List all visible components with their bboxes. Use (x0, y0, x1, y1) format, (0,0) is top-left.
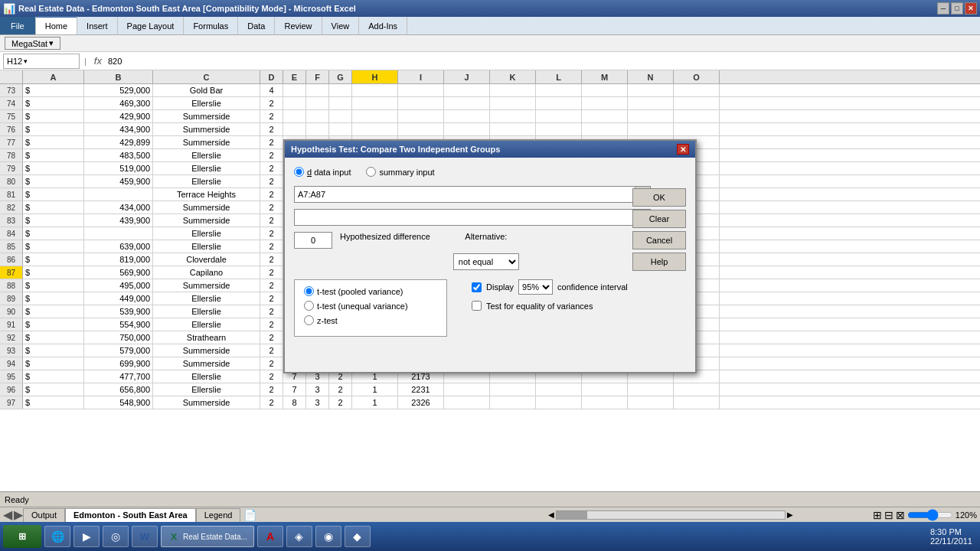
cell[interactable]: $ (23, 318, 84, 331)
cell[interactable]: 429,899 (84, 136, 153, 148)
cell[interactable]: Ellerslie (153, 149, 260, 161)
table-row[interactable]: 74$469,300Ellerslie2 (0, 97, 980, 110)
cell[interactable] (536, 97, 582, 109)
cell[interactable] (628, 84, 674, 96)
cell[interactable]: Summerside (153, 357, 260, 370)
cell[interactable]: Ellerslie (153, 162, 260, 174)
cell[interactable] (536, 383, 582, 396)
cell[interactable] (628, 383, 674, 396)
tab-data[interactable]: Data (238, 17, 275, 34)
cell[interactable]: $ (23, 240, 84, 253)
cell[interactable] (306, 110, 329, 122)
col-header-d[interactable]: D (260, 70, 283, 83)
cell[interactable] (444, 123, 490, 135)
name-box[interactable]: H12 ▾ (3, 54, 80, 69)
cell[interactable] (306, 84, 329, 96)
col-header-a[interactable]: A (23, 70, 84, 83)
cell[interactable]: 495,000 (84, 279, 153, 292)
cell[interactable]: $ (23, 162, 84, 174)
cell[interactable] (398, 97, 444, 109)
cell[interactable] (490, 396, 536, 409)
tab-addins[interactable]: Add-Ins (359, 17, 407, 34)
cell[interactable] (628, 123, 674, 135)
cell[interactable] (283, 84, 306, 96)
zoom-slider[interactable] (907, 509, 953, 521)
cell[interactable]: $ (23, 253, 84, 266)
page-layout-btn[interactable]: ⊟ (884, 509, 893, 521)
cell[interactable] (628, 97, 674, 109)
sheet-tab-main[interactable]: Edmonton - South East Area (65, 508, 196, 522)
table-row[interactable]: 97$548,900Summerside283212326 (0, 396, 980, 409)
cell[interactable]: Terrace Heights (153, 188, 260, 201)
taskbar-app-9[interactable]: ◆ (345, 526, 371, 547)
cell[interactable] (444, 97, 490, 109)
cell[interactable]: Ellerslie (153, 370, 260, 383)
col-header-e[interactable]: E (283, 70, 306, 83)
cell[interactable]: 2 (260, 331, 283, 344)
cell[interactable] (444, 110, 490, 122)
sheet-tab-legend[interactable]: Legend (196, 508, 241, 522)
cell[interactable] (306, 97, 329, 109)
cell[interactable] (329, 97, 352, 109)
cell[interactable]: 529,000 (84, 84, 153, 96)
table-row[interactable]: 73$529,000Gold Bar4 (0, 84, 980, 97)
taskbar-app-word[interactable]: W (132, 526, 158, 547)
group1-input[interactable] (294, 186, 635, 203)
cell[interactable]: 548,900 (84, 396, 153, 409)
ztest-radio[interactable] (304, 315, 314, 325)
cell[interactable] (582, 97, 628, 109)
cell[interactable] (444, 84, 490, 96)
cell[interactable]: $ (23, 266, 84, 279)
col-header-k[interactable]: K (490, 70, 536, 83)
tab-insert[interactable]: Insert (77, 17, 118, 34)
cell[interactable]: Summerside (153, 214, 260, 227)
cell[interactable]: 459,900 (84, 175, 153, 187)
cell[interactable]: 2 (260, 266, 283, 279)
cell[interactable] (490, 84, 536, 96)
taskbar-app-8[interactable]: ◉ (315, 526, 341, 547)
unequal-variance-radio[interactable] (304, 301, 314, 311)
cell[interactable] (674, 110, 720, 122)
cell[interactable] (352, 97, 398, 109)
cell[interactable] (490, 123, 536, 135)
cell[interactable]: 699,900 (84, 357, 153, 370)
cell[interactable] (329, 123, 352, 135)
ci-select[interactable]: 95% 90% 99% (518, 279, 553, 295)
clear-button[interactable]: Clear (632, 210, 686, 228)
tab-view[interactable]: View (322, 17, 360, 34)
cell[interactable]: $ (23, 357, 84, 370)
cell[interactable]: $ (23, 214, 84, 227)
cell[interactable] (283, 123, 306, 135)
cell[interactable]: Gold Bar (153, 84, 260, 96)
cell[interactable]: 2 (260, 162, 283, 174)
dialog-title-bar[interactable]: Hypothesis Test: Compare Two Independent… (285, 141, 695, 158)
cell[interactable]: Summerside (153, 201, 260, 214)
cell[interactable]: Capilano (153, 266, 260, 279)
page-break-btn[interactable]: ⊠ (896, 509, 905, 521)
cell[interactable]: $ (23, 370, 84, 383)
cell[interactable]: 2 (260, 201, 283, 214)
cell[interactable]: 449,000 (84, 292, 153, 305)
col-header-l[interactable]: L (536, 70, 582, 83)
cell[interactable] (306, 123, 329, 135)
ok-button[interactable]: OK (632, 188, 686, 207)
data-input-radio-label[interactable]: ddata input (294, 167, 351, 177)
cell[interactable]: 3 (306, 396, 329, 409)
cell[interactable]: 2 (260, 214, 283, 227)
cell[interactable] (398, 123, 444, 135)
group2-input[interactable] (294, 209, 635, 226)
cell[interactable]: 2 (260, 123, 283, 135)
cell[interactable]: Ellerslie (153, 240, 260, 253)
cell[interactable] (674, 123, 720, 135)
taskbar-app-chrome[interactable]: ◎ (103, 526, 129, 547)
cell[interactable]: $ (23, 344, 84, 357)
cell[interactable]: $ (23, 279, 84, 292)
cell[interactable]: Summerside (153, 110, 260, 122)
cell[interactable] (329, 84, 352, 96)
cell[interactable] (84, 188, 153, 201)
help-button[interactable]: Help (632, 253, 686, 271)
cell[interactable]: $ (23, 188, 84, 201)
pooled-variance-radio[interactable] (304, 286, 314, 296)
cell[interactable]: Ellerslie (153, 175, 260, 187)
cell[interactable]: Summerside (153, 279, 260, 292)
